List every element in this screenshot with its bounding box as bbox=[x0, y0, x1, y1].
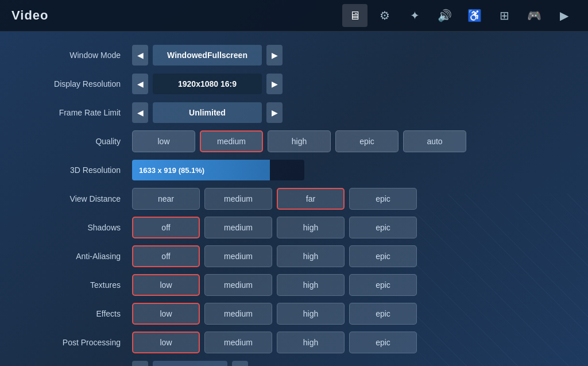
window-mode-label: Window Mode bbox=[34, 51, 132, 60]
textures-low[interactable]: low bbox=[132, 274, 200, 296]
effects-medium[interactable]: medium bbox=[204, 303, 272, 325]
resolution-value: 1920x1080 16:9 bbox=[153, 74, 262, 94]
quality-auto[interactable]: auto bbox=[403, 130, 466, 152]
frame-rate-row: Frame Rate Limit ◀ Unlimited ▶ bbox=[34, 101, 554, 125]
shadows-off[interactable]: off bbox=[132, 217, 200, 238]
framerate-prev[interactable]: ◀ bbox=[132, 102, 148, 123]
nav-gear[interactable]: ⚙ bbox=[372, 4, 397, 27]
nav-icons: 🖥 ⚙ ✦ 🔊 ♿ ⊞ 🎮 ▶ bbox=[342, 4, 577, 27]
effects-controls: low medium high epic bbox=[132, 303, 554, 325]
pp-medium[interactable]: medium bbox=[204, 332, 272, 353]
effects-low[interactable]: low bbox=[132, 303, 200, 325]
aa-medium[interactable]: medium bbox=[204, 245, 272, 267]
effects-high[interactable]: high bbox=[277, 303, 345, 325]
anti-aliasing-row: Anti-Aliasing off medium high epic bbox=[34, 244, 554, 268]
display-resolution-label: Display Resolution bbox=[34, 79, 132, 88]
aa-off[interactable]: off bbox=[132, 245, 200, 267]
resolution-3d-empty bbox=[270, 160, 304, 180]
nav-brightness[interactable]: ✦ bbox=[402, 4, 427, 27]
shadows-row: Shadows off medium high epic bbox=[34, 215, 554, 240]
vsync-controls: ◀ Off ▶ bbox=[132, 361, 554, 366]
frame-rate-controls: ◀ Unlimited ▶ bbox=[132, 102, 554, 123]
textures-row: Textures low medium high epic bbox=[34, 273, 554, 297]
display-resolution-row: Display Resolution ◀ 1920x1080 16:9 ▶ bbox=[34, 72, 554, 96]
viewdist-near[interactable]: near bbox=[132, 188, 200, 210]
resolution-3d-label: 3D Resolution bbox=[34, 165, 132, 175]
textures-controls: low medium high epic bbox=[132, 274, 554, 296]
nav-sound[interactable]: 🔊 bbox=[432, 4, 457, 27]
content-area: Window Mode ◀ WindowedFullscreen ▶ Displ… bbox=[0, 32, 588, 366]
resolution-3d-bar: 1633 x 919 (85.1%) bbox=[132, 160, 304, 180]
textures-epic[interactable]: epic bbox=[349, 274, 417, 296]
framerate-next[interactable]: ▶ bbox=[266, 102, 283, 123]
aa-epic[interactable]: epic bbox=[349, 245, 417, 267]
textures-high[interactable]: high bbox=[277, 274, 345, 296]
vsync-row: Vsync ◀ Off ▶ bbox=[34, 359, 554, 366]
display-resolution-controls: ◀ 1920x1080 16:9 ▶ bbox=[132, 74, 554, 94]
effects-epic[interactable]: epic bbox=[349, 303, 417, 325]
resolution-3d-fill: 1633 x 919 (85.1%) bbox=[132, 160, 270, 180]
shadows-high[interactable]: high bbox=[277, 217, 345, 238]
textures-label: Textures bbox=[34, 280, 132, 290]
resolution-prev[interactable]: ◀ bbox=[132, 74, 148, 94]
window-mode-controls: ◀ WindowedFullscreen ▶ bbox=[132, 45, 554, 66]
resolution-3d-controls: 1633 x 919 (85.1%) bbox=[132, 160, 554, 180]
pp-low[interactable]: low bbox=[132, 332, 200, 353]
quality-high[interactable]: high bbox=[268, 130, 331, 152]
framerate-value: Unlimited bbox=[153, 102, 262, 123]
resolution-next[interactable]: ▶ bbox=[266, 74, 283, 94]
quality-epic[interactable]: epic bbox=[335, 130, 399, 152]
page-title: Video bbox=[11, 8, 342, 23]
shadows-epic[interactable]: epic bbox=[349, 217, 417, 238]
top-bar: Video 🖥 ⚙ ✦ 🔊 ♿ ⊞ 🎮 ▶ bbox=[0, 0, 588, 32]
quality-medium[interactable]: medium bbox=[200, 130, 263, 152]
window-mode-next[interactable]: ▶ bbox=[266, 45, 283, 66]
shadows-medium[interactable]: medium bbox=[204, 217, 272, 238]
nav-network[interactable]: ⊞ bbox=[492, 4, 517, 27]
nav-video[interactable]: ▶ bbox=[551, 4, 577, 27]
vsync-value: Off bbox=[153, 361, 227, 366]
view-distance-controls: near medium far epic bbox=[132, 188, 554, 210]
window-mode-row: Window Mode ◀ WindowedFullscreen ▶ bbox=[34, 43, 554, 67]
shadows-controls: off medium high epic bbox=[132, 217, 554, 238]
effects-row: Effects low medium high epic bbox=[34, 302, 554, 326]
aa-high[interactable]: high bbox=[277, 245, 345, 267]
pp-high[interactable]: high bbox=[277, 332, 345, 353]
viewdist-far[interactable]: far bbox=[277, 188, 345, 210]
quality-controls: low medium high epic auto bbox=[132, 130, 554, 152]
anti-aliasing-controls: off medium high epic bbox=[132, 245, 554, 267]
effects-label: Effects bbox=[34, 309, 132, 318]
view-distance-label: View Distance bbox=[34, 194, 132, 203]
viewdist-medium[interactable]: medium bbox=[204, 188, 272, 210]
quality-label: Quality bbox=[34, 137, 132, 146]
vsync-next[interactable]: ▶ bbox=[232, 361, 248, 366]
quality-row: Quality low medium high epic auto bbox=[34, 129, 554, 153]
resolution-3d-row: 3D Resolution 1633 x 919 (85.1%) bbox=[34, 158, 554, 182]
shadows-label: Shadows bbox=[34, 223, 132, 232]
post-processing-row: Post Processing low medium high epic bbox=[34, 330, 554, 355]
view-distance-row: View Distance near medium far epic bbox=[34, 187, 554, 211]
nav-monitor[interactable]: 🖥 bbox=[342, 4, 368, 27]
window-mode-value: WindowedFullscreen bbox=[153, 45, 262, 66]
viewdist-epic[interactable]: epic bbox=[349, 188, 417, 210]
nav-controller[interactable]: 🎮 bbox=[521, 4, 547, 27]
frame-rate-label: Frame Rate Limit bbox=[34, 108, 132, 117]
pp-epic[interactable]: epic bbox=[349, 332, 417, 353]
window-mode-prev[interactable]: ◀ bbox=[132, 45, 148, 66]
post-processing-controls: low medium high epic bbox=[132, 332, 554, 353]
post-processing-label: Post Processing bbox=[34, 338, 132, 347]
anti-aliasing-label: Anti-Aliasing bbox=[34, 252, 132, 261]
main-container: Video 🖥 ⚙ ✦ 🔊 ♿ ⊞ 🎮 ▶ Window Mode ◀ Wind… bbox=[0, 0, 588, 366]
vsync-prev[interactable]: ◀ bbox=[132, 361, 148, 366]
textures-medium[interactable]: medium bbox=[204, 274, 272, 296]
nav-accessibility[interactable]: ♿ bbox=[462, 4, 487, 27]
quality-low[interactable]: low bbox=[132, 130, 195, 152]
